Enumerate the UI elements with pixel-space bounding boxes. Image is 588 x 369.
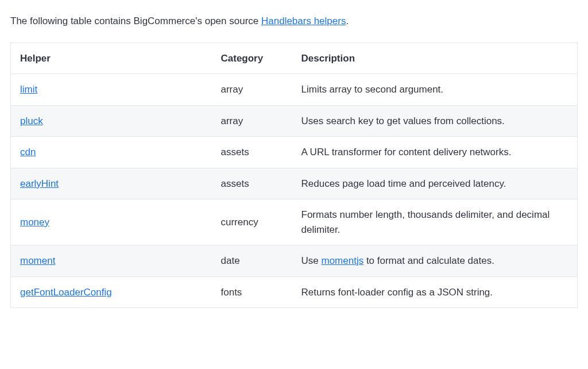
desc-link[interactable]: momentjs (321, 255, 363, 266)
cell-description: A URL transformer for content delivery n… (292, 137, 578, 168)
desc-prefix: A URL transformer for content delivery n… (301, 147, 512, 157)
table-row: momentdateUse momentjs to format and cal… (11, 245, 578, 277)
helper-link[interactable]: earlyHint (20, 178, 59, 189)
helper-link[interactable]: limit (20, 84, 37, 95)
desc-prefix: Limits array to second argument. (301, 84, 444, 95)
helper-link[interactable]: money (20, 217, 49, 228)
cell-helper: money (11, 199, 212, 245)
cell-category: assets (212, 137, 292, 168)
table-row: limitarrayLimits array to second argumen… (11, 74, 578, 106)
cell-category: array (212, 74, 292, 106)
desc-prefix: Uses search key to get values from colle… (301, 116, 505, 126)
cell-category: assets (212, 168, 292, 199)
cell-helper: moment (11, 245, 212, 277)
table-header-row: Helper Category Description (11, 43, 578, 74)
helper-link[interactable]: pluck (20, 116, 43, 126)
intro-suffix: . (346, 16, 349, 26)
helper-link[interactable]: moment (20, 255, 55, 266)
desc-prefix: Returns font-loader config as a JSON str… (301, 287, 493, 298)
header-category: Category (212, 43, 292, 74)
table-row: earlyHintassetsReduces page load time an… (11, 168, 578, 199)
cell-category: date (212, 245, 292, 277)
intro-text: The following table contains BigCommerce… (10, 14, 578, 29)
cell-description: Reduces page load time and perceived lat… (292, 168, 578, 199)
header-helper: Helper (11, 43, 212, 74)
cell-helper: getFontLoaderConfig (11, 276, 212, 308)
table-row: moneycurrencyFormats number length, thou… (11, 199, 578, 245)
desc-suffix: to format and calculate dates. (363, 255, 494, 266)
cell-description: Use momentjs to format and calculate dat… (292, 245, 578, 277)
cell-category: fonts (212, 276, 292, 308)
desc-prefix: Formats number length, thousands delimit… (301, 209, 550, 235)
cell-category: currency (212, 199, 292, 245)
table-row: cdnassetsA URL transformer for content d… (11, 137, 578, 168)
desc-prefix: Reduces page load time and perceived lat… (301, 178, 506, 189)
cell-category: array (212, 105, 292, 137)
table-row: pluckarrayUses search key to get values … (11, 105, 578, 137)
cell-helper: pluck (11, 105, 212, 137)
cell-helper: cdn (11, 137, 212, 168)
intro-prefix: The following table contains BigCommerce… (10, 16, 261, 26)
cell-description: Uses search key to get values from colle… (292, 105, 578, 137)
cell-description: Limits array to second argument. (292, 74, 578, 106)
cell-helper: earlyHint (11, 168, 212, 199)
cell-description: Returns font-loader config as a JSON str… (292, 276, 578, 308)
desc-prefix: Use (301, 255, 322, 266)
table-row: getFontLoaderConfigfontsReturns font-loa… (11, 276, 578, 308)
helpers-table: Helper Category Description limitarrayLi… (10, 43, 578, 309)
cell-description: Formats number length, thousands delimit… (292, 199, 578, 245)
header-description: Description (292, 43, 578, 74)
helper-link[interactable]: getFontLoaderConfig (20, 287, 112, 298)
cell-helper: limit (11, 74, 212, 106)
intro-link[interactable]: Handlebars helpers (261, 16, 346, 26)
helper-link[interactable]: cdn (20, 147, 36, 157)
